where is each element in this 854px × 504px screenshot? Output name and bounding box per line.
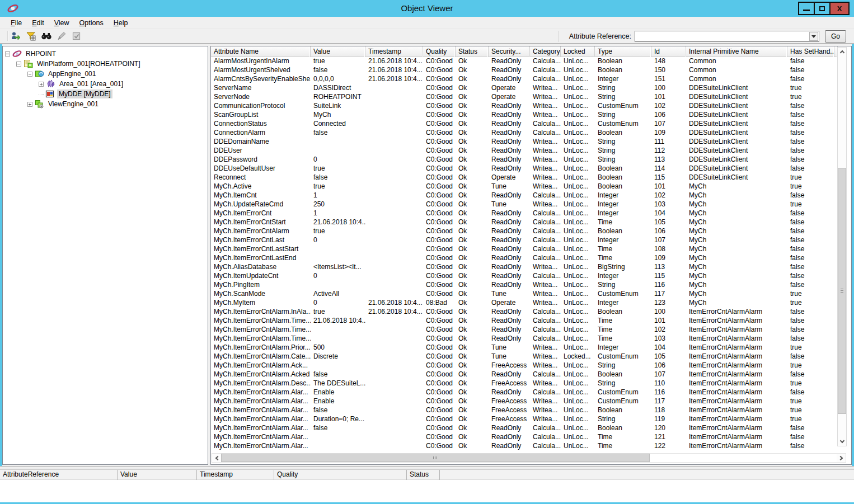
table-row[interactable]: MyCh.ItemErrorCnt1C0:GoodOkReadOnlyCalcu… bbox=[211, 209, 838, 218]
column-header-internal-primitive-name[interactable]: Internal Primitive Name bbox=[686, 46, 787, 57]
watch-body[interactable] bbox=[0, 479, 854, 502]
table-row[interactable]: MyCh.ItemErrorCntStart21.06.2018 10:4...… bbox=[211, 218, 838, 227]
table-row[interactable]: AlarmMostUrgentShelvedfalse21.06.2018 10… bbox=[211, 66, 838, 75]
table-row[interactable]: MyCh.ItemErrorCntLastEndC0:GoodOkReadOnl… bbox=[211, 254, 838, 263]
vertical-scroll-thumb[interactable] bbox=[838, 168, 846, 414]
tree-expander-minus[interactable] bbox=[16, 62, 21, 67]
table-row[interactable]: DDEDomainNameC0:GoodOkReadOnlyWritea...U… bbox=[211, 138, 838, 147]
menu-view[interactable]: View bbox=[49, 18, 74, 28]
table-row[interactable]: MyCh.ItemErrorCntAlarm.Desc...The DDESui… bbox=[211, 379, 838, 388]
tree-expander-plus[interactable] bbox=[27, 102, 32, 107]
watch-column-timestamp[interactable]: Timestamp bbox=[197, 470, 274, 480]
table-row[interactable]: MyCh.AliasDatabase<ItemsList><It...C0:Go… bbox=[211, 263, 838, 272]
table-row[interactable]: MyCh.ItemErrorCntAlarm.Alar...Duration=0… bbox=[211, 415, 838, 424]
column-header-status[interactable]: Status bbox=[456, 46, 489, 57]
table-row[interactable]: MyCh.ItemErrorCntAlarm.Alar...falseC0:Go… bbox=[211, 424, 838, 433]
column-header-has-sethand-[interactable]: Has SetHand... bbox=[787, 46, 834, 57]
vertical-scrollbar[interactable] bbox=[837, 47, 847, 446]
table-row[interactable]: MyCh.PingItemC0:GoodOkReadOnlyWritea...U… bbox=[211, 281, 838, 290]
tree-item-mydde[interactable]: MyDDE [MyDDE] bbox=[3, 89, 208, 99]
minimize-button[interactable] bbox=[799, 3, 815, 14]
combo-dropdown-button[interactable] bbox=[809, 32, 818, 41]
table-row[interactable]: MyCh.ItemErrorCntAlarm.Alar...EnableC0:G… bbox=[211, 397, 838, 406]
table-row[interactable]: AlarmMostUrgentInAlarmtrue21.06.2018 10:… bbox=[211, 57, 838, 66]
tree-expander-minus[interactable] bbox=[5, 51, 10, 56]
table-row[interactable]: MyCh.ItemCnt1C0:GoodOkReadOnlyCalcula...… bbox=[211, 191, 838, 200]
table-row[interactable]: AlarmCntsBySeverityEnableShe...0,0,0,021… bbox=[211, 75, 838, 84]
menu-options[interactable]: Options bbox=[74, 18, 109, 28]
table-row[interactable]: DDEUserC0:GoodOkReadOnlyWritea...UnLoc..… bbox=[211, 147, 838, 156]
scroll-down-button[interactable] bbox=[838, 437, 846, 446]
cell: UnLoc... bbox=[561, 406, 595, 415]
maximize-button[interactable] bbox=[815, 3, 830, 14]
table-row[interactable]: MyCh.UpdateRateCmd250C0:GoodOkTuneWritea… bbox=[211, 200, 838, 209]
tree-item-viewengine_001[interactable]: ViewEngine_001 bbox=[3, 99, 208, 109]
tree-item-rhpoint[interactable]: RHPOINT bbox=[3, 49, 208, 59]
scroll-left-button[interactable] bbox=[212, 454, 221, 462]
tree-item-winplatform_001[roheatpoint][interactable]: WinPlatform_001[ROHEATPOINT] bbox=[3, 59, 208, 69]
watch-column-attributereference[interactable]: AttributeReference bbox=[0, 470, 118, 480]
tree-expander-plus[interactable] bbox=[39, 82, 44, 87]
table-row[interactable]: MyCh.ItemErrorCntAlarm.Time...C0:GoodOkR… bbox=[211, 326, 838, 335]
column-header-locked[interactable]: Locked bbox=[561, 46, 595, 57]
tree-item-appengine_001[interactable]: AppEngine_001 bbox=[3, 69, 208, 79]
table-row[interactable]: MyCh.ItemErrorCntAlarm.Alar...C0:GoodOkR… bbox=[211, 433, 838, 442]
table-row[interactable]: ConnectionAlarmfalseC0:GoodOkReadOnlyCal… bbox=[211, 129, 838, 138]
attach-icon[interactable] bbox=[10, 31, 22, 42]
watch-column-status[interactable]: Status bbox=[407, 470, 440, 480]
column-header-id[interactable]: Id bbox=[651, 46, 686, 57]
table-row[interactable]: MyCh.ScanModeActiveAllC0:GoodOkTuneWrite… bbox=[211, 290, 838, 299]
tree-expander-minus[interactable] bbox=[27, 72, 32, 77]
table-row[interactable]: ScanGroupListMyChC0:GoodOkReadOnlyWritea… bbox=[211, 111, 838, 120]
column-header-category[interactable]: Category bbox=[530, 46, 561, 57]
table-row[interactable]: MyCh.ItemErrorCntAlarm.Time...21.06.2018… bbox=[211, 317, 838, 326]
cell: MyCh bbox=[686, 218, 787, 227]
column-header-type[interactable]: Type bbox=[595, 46, 651, 57]
table-row[interactable]: CommunicationProtocolSuiteLinkC0:GoodOkR… bbox=[211, 102, 838, 111]
table-row[interactable]: MyCh.ItemErrorCntAlarm.Prior...500C0:Goo… bbox=[211, 343, 838, 352]
horizontal-scrollbar[interactable] bbox=[212, 453, 846, 463]
table-row[interactable]: MyCh.ItemErrorCntAlarm.Alar...EnableC0:G… bbox=[211, 388, 838, 397]
table-row[interactable]: MyCh.ItemErrorCntAlarm.Ack...C0:GoodOkFr… bbox=[211, 361, 838, 370]
table-row[interactable]: MyCh.ItemErrorCntLast0C0:GoodOkReadOnlyC… bbox=[211, 236, 838, 245]
table-row[interactable]: MyCh.ItemUpdateCnt0C0:GoodOkReadOnlyCalc… bbox=[211, 272, 838, 281]
table-row[interactable]: ReconnectfalseC0:GoodOkOperateWritea...U… bbox=[211, 173, 838, 182]
menu-file[interactable]: File bbox=[6, 18, 27, 28]
go-button[interactable]: Go bbox=[825, 30, 846, 43]
scroll-right-button[interactable] bbox=[837, 454, 846, 462]
filter-icon[interactable] bbox=[25, 31, 37, 42]
watch-column-value[interactable]: Value bbox=[118, 470, 197, 480]
table-row[interactable]: MyCh.ItemErrorCntAlarm.Alar...C0:GoodOkR… bbox=[211, 442, 838, 451]
column-header-timestamp[interactable]: Timestamp bbox=[365, 46, 423, 57]
table-row[interactable]: DDEUseDefaultUsertrueC0:GoodOkReadOnlyWr… bbox=[211, 164, 838, 173]
table-row[interactable]: MyCh.MyItem021.06.2018 10:4...08:BadOkOp… bbox=[211, 299, 838, 308]
column-header-quality[interactable]: Quality bbox=[423, 46, 456, 57]
menu-help[interactable]: Help bbox=[109, 18, 133, 28]
titlebar[interactable]: Object Viewer X bbox=[0, 0, 854, 17]
column-header-attribute-name[interactable]: Attribute Name bbox=[211, 46, 311, 57]
table-row[interactable]: MyCh.ItemErrorCntAlarmtrueC0:GoodOkReadO… bbox=[211, 227, 838, 236]
menu-edit[interactable]: Edit bbox=[27, 18, 49, 28]
table-row[interactable]: MyCh.ItemErrorCntAlarm.Cate...DiscreteC0… bbox=[211, 352, 838, 361]
cell: 111 bbox=[651, 138, 686, 147]
watch-column-quality[interactable]: Quality bbox=[274, 470, 407, 480]
table-row[interactable]: ConnectionStatusConnectedC0:GoodOkReadOn… bbox=[211, 120, 838, 129]
tree-item-area_001[interactable]: Area_001 [Area_001] bbox=[3, 79, 208, 89]
table-row[interactable]: DDEPassword0C0:GoodOkReadOnlyWritea...Un… bbox=[211, 156, 838, 164]
table-row[interactable]: MyCh.ItemErrorCntAlarm.Alar...falseC0:Go… bbox=[211, 406, 838, 415]
table-row[interactable]: ServerNodeROHEATPOINTC0:GoodOkOperateWri… bbox=[211, 93, 838, 102]
close-button[interactable]: X bbox=[830, 3, 848, 14]
table-row[interactable]: MyCh.ItemErrorCntAlarm.InAla...true21.06… bbox=[211, 308, 838, 317]
table-row[interactable]: MyCh.ItemErrorCntAlarm.Time...C0:GoodOkR… bbox=[211, 335, 838, 343]
column-header-value[interactable]: Value bbox=[311, 46, 365, 57]
table-row[interactable]: ServerNameDASSIDirectC0:GoodOkOperateWri… bbox=[211, 84, 838, 93]
table-row[interactable]: MyCh.ItemErrorCntAlarm.AckedfalseC0:Good… bbox=[211, 370, 838, 379]
horizontal-scroll-thumb[interactable] bbox=[221, 454, 650, 462]
cell: ItemErrorCntAlarmAlarm bbox=[686, 433, 787, 442]
table-row[interactable]: MyCh.ActivetrueC0:GoodOkTuneWritea...UnL… bbox=[211, 182, 838, 191]
column-header-security-[interactable]: Security... bbox=[489, 46, 530, 57]
attribute-reference-combo[interactable] bbox=[635, 31, 819, 42]
scroll-up-button[interactable] bbox=[838, 48, 846, 56]
find-icon[interactable] bbox=[40, 31, 52, 42]
table-row[interactable]: MyCh.ItemErrorCntLastStartC0:GoodOkReadO… bbox=[211, 245, 838, 254]
